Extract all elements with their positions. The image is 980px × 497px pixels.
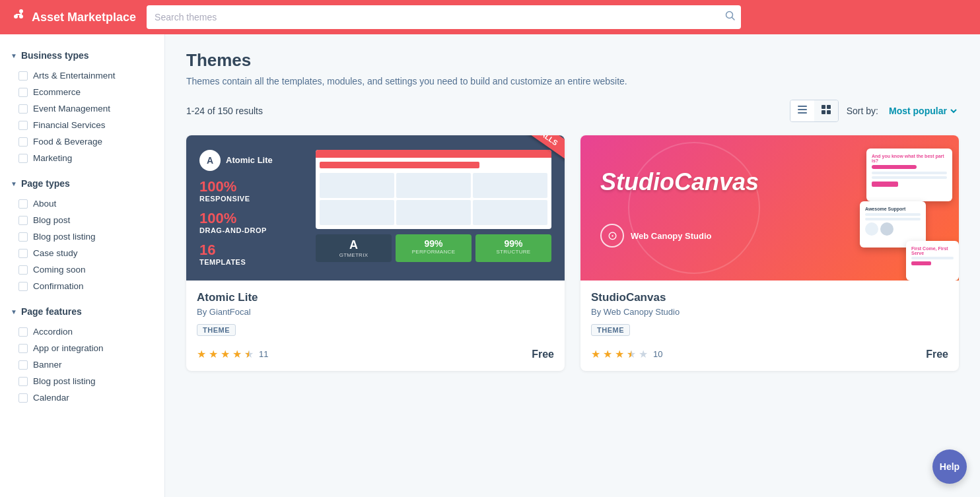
- sidebar-item-confirmation[interactable]: Confirmation: [0, 278, 164, 294]
- sidebar-item-arts[interactable]: Arts & Entertainment: [0, 67, 164, 84]
- sidebar-item-blog-post[interactable]: Blog post: [0, 212, 164, 228]
- sidebar-item-label-ecommerce: Ecommerce: [33, 87, 81, 97]
- sidebar-item-calendar[interactable]: Calendar: [0, 389, 164, 406]
- sidebar-item-marketing[interactable]: Marketing: [0, 150, 164, 166]
- list-view-button[interactable]: [790, 100, 814, 121]
- sidebar-item-label-arts: Arts & Entertainment: [33, 71, 116, 81]
- sidebar-item-label-food: Food & Beverage: [33, 137, 102, 147]
- sidebar-item-financial[interactable]: Financial Services: [0, 117, 164, 133]
- checkbox-coming-soon[interactable]: [18, 265, 28, 275]
- search-input[interactable]: [147, 5, 741, 29]
- svg-rect-13: [827, 110, 831, 114]
- checkbox-event[interactable]: [18, 104, 28, 114]
- sidebar-item-label-app-integration: App or integration: [33, 343, 104, 353]
- checkbox-calendar[interactable]: [18, 393, 28, 403]
- checkbox-blog-post-listing[interactable]: [18, 377, 28, 386]
- atomic-logo-name: Atomic Lite: [226, 155, 273, 165]
- sidebar-item-case-study[interactable]: Case study: [0, 245, 164, 261]
- view-toggle: [790, 100, 839, 122]
- checkbox-confirmation[interactable]: [18, 282, 28, 291]
- atomic-stat-drag: 100% DRAG-AND-DROP: [199, 211, 305, 234]
- logo-text: Asset Marketplace: [32, 11, 136, 24]
- sidebar-item-label-accordion: Accordion: [33, 327, 73, 337]
- sidebar-section-header-page-types[interactable]: ▼ Page types: [0, 173, 164, 194]
- card-atomic-lite[interactable]: A Atomic Lite 100% RESPONSIVE 100% DRAG-…: [186, 135, 565, 371]
- svg-point-0: [19, 9, 23, 13]
- checkbox-food[interactable]: [18, 137, 28, 147]
- card-footer-atomic-lite: ★ ★ ★ ★ ★★ 11 Free: [197, 348, 554, 360]
- sidebar-item-label-banner: Banner: [33, 360, 62, 370]
- theme-badge-atomic: THEME: [197, 324, 236, 336]
- sidebar-item-label-blog-post: Blog post: [33, 215, 70, 225]
- sidebar-item-label-calendar: Calendar: [33, 393, 69, 403]
- star-4: ★: [232, 348, 242, 360]
- checkbox-app-integration[interactable]: [18, 344, 28, 353]
- sidebar-section-business-types: ▼ Business types Arts & Entertainment Ec…: [0, 45, 164, 170]
- sidebar-section-page-types: ▼ Page types About Blog post Blog post l…: [0, 173, 164, 298]
- stars-atomic-lite: ★ ★ ★ ★ ★★ 11: [197, 348, 268, 360]
- logo: Asset Marketplace: [11, 7, 136, 27]
- sidebar-items-page-features: Accordion App or integration Banner Blog…: [0, 322, 164, 410]
- help-button[interactable]: Help: [932, 449, 967, 484]
- results-controls: Sort by: Most popular Newest Highest rat…: [790, 100, 959, 122]
- page-title: Themes: [186, 50, 959, 71]
- sidebar-item-food[interactable]: Food & Beverage: [0, 133, 164, 150]
- sidebar-item-ecommerce[interactable]: Ecommerce: [0, 84, 164, 100]
- sort-select[interactable]: Most popular Newest Highest rated: [886, 105, 959, 117]
- review-count-studio: 10: [653, 349, 662, 359]
- sidebar-section-label-page-types: Page types: [21, 178, 70, 189]
- sidebar-section-header-page-features[interactable]: ▼ Page features: [0, 301, 164, 322]
- card-studio-canvas[interactable]: StudioCanvas ⊙ Web Canopy Studio And you…: [580, 135, 959, 371]
- stars-studio-canvas: ★ ★ ★ ★★ ★ 10: [591, 348, 662, 360]
- atomic-screenshot: [316, 150, 551, 229]
- checkbox-arts[interactable]: [18, 71, 28, 81]
- sidebar: ▼ Business types Arts & Entertainment Ec…: [0, 34, 165, 497]
- checkbox-ecommerce[interactable]: [18, 88, 28, 97]
- studio-mockups: And you know what the best part is? Awes…: [833, 142, 959, 274]
- sidebar-items-page-types: About Blog post Blog post listing Case s…: [0, 194, 164, 298]
- sidebar-item-accordion[interactable]: Accordion: [0, 323, 164, 340]
- sidebar-item-label-blog-post-listing: Blog post listing: [33, 376, 96, 386]
- grid-view-button[interactable]: [814, 100, 838, 121]
- sidebar-item-app-integration[interactable]: App or integration: [0, 340, 164, 356]
- star-s2: ★: [603, 348, 612, 360]
- checkbox-blog-listing[interactable]: [18, 232, 28, 242]
- card-body-atomic-lite: Atomic Lite By GiantFocal THEME ★ ★ ★ ★ …: [186, 281, 565, 371]
- sidebar-item-event[interactable]: Event Management: [0, 100, 164, 117]
- studio-canvas-text: StudioCanvas: [600, 168, 759, 196]
- sidebar-item-coming-soon[interactable]: Coming soon: [0, 261, 164, 278]
- star-s4-half: ★★: [627, 348, 636, 360]
- header: Asset Marketplace: [0, 0, 980, 34]
- sidebar-items-business-types: Arts & Entertainment Ecommerce Event Man…: [0, 66, 164, 170]
- sidebar-item-blog-post-listing[interactable]: Blog post listing: [0, 373, 164, 389]
- card-footer-studio-canvas: ★ ★ ★ ★★ ★ 10 Free: [591, 348, 948, 360]
- sidebar-section-header-business-types[interactable]: ▼ Business types: [0, 45, 164, 66]
- checkbox-about[interactable]: [18, 199, 28, 209]
- sort-label: Sort by:: [847, 106, 878, 116]
- checkbox-banner[interactable]: [18, 360, 28, 370]
- search-button[interactable]: [725, 11, 736, 24]
- svg-line-6: [732, 18, 735, 20]
- atomic-logo-circle: A: [199, 150, 221, 171]
- checkbox-blog-post[interactable]: [18, 216, 28, 225]
- checkbox-case-study[interactable]: [18, 249, 28, 258]
- sidebar-item-label-marketing: Marketing: [33, 153, 72, 163]
- star-3: ★: [221, 348, 230, 360]
- results-bar: 1-24 of 150 results: [186, 100, 959, 122]
- star-2: ★: [209, 348, 218, 360]
- sidebar-item-about[interactable]: About: [0, 195, 164, 212]
- sidebar-item-label-case-study: Case study: [33, 248, 78, 258]
- checkbox-financial[interactable]: [18, 121, 28, 130]
- sidebar-item-label-about: About: [33, 199, 56, 209]
- checkbox-accordion[interactable]: [18, 327, 28, 337]
- card-name-atomic-lite: Atomic Lite: [197, 291, 554, 304]
- page-description: Themes contain all the templates, module…: [186, 76, 959, 86]
- chevron-down-icon-3: ▼: [11, 308, 17, 315]
- sidebar-item-blog-listing[interactable]: Blog post listing: [0, 228, 164, 245]
- results-count: 1-24 of 150 results: [186, 106, 263, 116]
- card-body-studio-canvas: StudioCanvas By Web Canopy Studio THEME …: [580, 281, 959, 371]
- sidebar-item-banner[interactable]: Banner: [0, 356, 164, 373]
- checkbox-marketing[interactable]: [18, 154, 28, 163]
- star-1: ★: [197, 348, 206, 360]
- search-bar: [147, 5, 741, 29]
